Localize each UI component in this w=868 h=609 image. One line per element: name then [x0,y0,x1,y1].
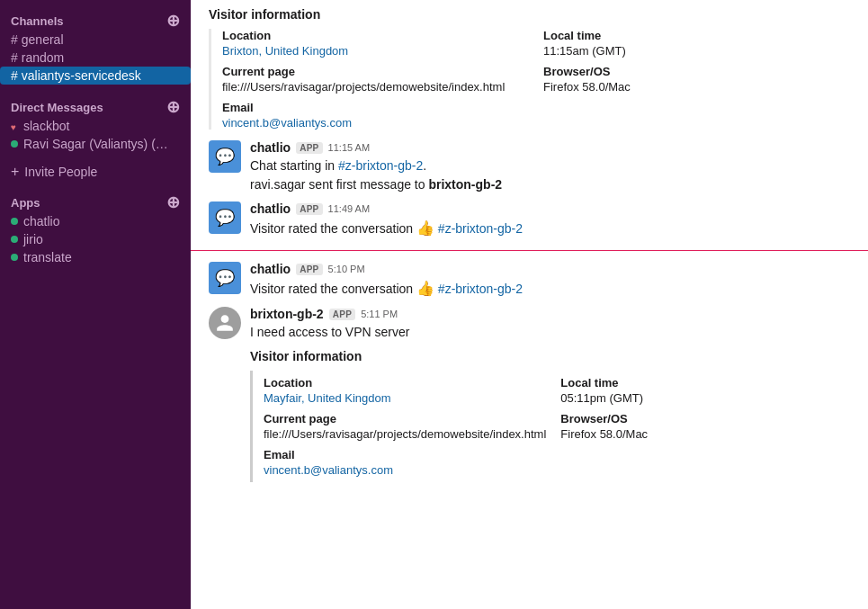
browser-os-value: Firefox 58.0/Mac [543,80,850,94]
message-row-3: 💬 chatlio APP 5:10 PM Visitor rated the … [191,258,868,303]
sidebar-item-ravi-sagar[interactable]: Ravi Sagar (Valiantys) (… [0,135,191,153]
online-dot [11,140,18,148]
user-icon [215,313,235,333]
location-value-2[interactable]: Mayfair, United Kingdom [264,391,546,405]
direct-messages-header[interactable]: Direct Messages ⊕ [0,94,191,117]
message-header-2: chatlio APP 11:49 AM [250,202,850,216]
channel-link-3[interactable]: #z-brixton-gb-2 [438,282,523,296]
timestamp-4: 5:11 PM [361,309,398,319]
channel-prefix: # [11,50,18,65]
message-header-1: chatlio APP 11:15 AM [250,140,850,155]
message-text-4: I need access to VPN server [250,323,850,342]
apps-header[interactable]: Apps ⊕ [0,189,191,212]
message-content-4: brixton-gb-2 APP 5:11 PM I need access t… [250,307,850,482]
chatlio-avatar-1: 💬 [209,140,241,173]
sidebar-item-valiantys-servicedesk[interactable]: # valiantys-servicedesk [0,67,191,85]
text-period-1: . [423,158,426,173]
message-content-1: chatlio APP 11:15 AM Chat starting in #z… [250,140,850,194]
sidebar-item-chatlio[interactable]: chatlio [0,212,191,230]
channel-link-2[interactable]: #z-brixton-gb-2 [438,221,523,236]
heart-icon: ♥ [11,122,18,130]
email-value-2[interactable]: vincent.b@valiantys.com [264,463,546,477]
chatlio-avatar-2: 💬 [209,202,241,234]
browser-os-cell-2: Browser/OS Firefox 58.0/Mac [560,412,839,441]
bold-name-1: brixton-gb-2 [428,177,502,192]
text-before-2: Visitor rated the conversation [250,221,416,236]
emoji-2: 👍 [416,220,434,236]
chatlio-icon-2: 💬 [215,208,235,228]
chatlio-icon-3: 💬 [215,268,235,288]
text-before-1: Chat starting in [250,158,338,173]
channel-name: general [22,32,64,47]
location-cell-2: Location Mayfair, United Kingdom [264,376,546,405]
visitor-info-block-2: Visitor information Location Mayfair, Un… [250,349,850,482]
email-cell-1: Email vincent.b@valiantys.com [222,101,529,130]
message-row-2: 💬 chatlio APP 11:49 AM Visitor rated the… [191,198,868,243]
add-channel-icon[interactable]: ⊕ [166,13,180,29]
sidebar-item-translate[interactable]: translate [0,248,191,266]
browser-os-cell: Browser/OS Firefox 58.0/Mac [543,65,850,94]
apps-label: Apps [11,196,40,210]
local-time-cell-2: Local time 05:11pm (GMT) [560,376,839,405]
current-page-value: file:///Users/ravisagar/projects/demoweb… [222,80,529,94]
dm-name: Ravi Sagar (Valiantys) (… [23,137,168,151]
email-value-1[interactable]: vincent.b@valiantys.com [222,116,529,130]
current-page-cell-2: Current page file:///Users/ravisagar/pro… [264,412,546,441]
message-text-1b: ravi.sagar sent first message to brixton… [250,175,850,194]
message-content-2: chatlio APP 11:49 AM Visitor rated the c… [250,202,850,239]
visitor-info-block-1: Visitor information Location Brixton, Un… [191,0,868,137]
visitor-info-content-2: Location Mayfair, United Kingdom Local t… [250,371,850,482]
user-avatar-4 [209,307,241,339]
channels-label: Channels [11,14,64,28]
message-text-1: Chat starting in #z-brixton-gb-2. [250,157,850,175]
email-label-1: Email [222,101,529,114]
browser-os-label-2: Browser/OS [560,412,839,425]
timestamp-1: 11:15 AM [328,142,370,153]
local-time-value: 11:15am (GMT) [543,44,850,58]
current-page-label-2: Current page [264,412,546,425]
channel-name: random [22,50,64,65]
invite-people-button[interactable]: + Invite People [0,158,191,185]
channel-name: valiantys-servicedesk [22,68,141,83]
channel-link-1[interactable]: #z-brixton-gb-2 [338,158,423,173]
channel-prefix: # [11,68,18,83]
message-text-3: Visitor rated the conversation 👍 #z-brix… [250,278,850,300]
dm-name: slackbot [23,119,69,133]
app-name: translate [23,250,72,264]
app-badge-2: APP [296,203,322,215]
local-time-label: Local time [543,29,850,42]
invite-plus-icon: + [11,164,19,180]
timestamp-3: 5:10 PM [328,264,365,274]
direct-messages-label: Direct Messages [11,101,103,114]
visitor-info-content-1: Location Brixton, United Kingdom Local t… [209,29,850,130]
text-before-3: Visitor rated the conversation [250,282,416,296]
add-dm-icon[interactable]: ⊕ [166,99,180,115]
timestamp-2: 11:49 AM [328,203,370,214]
sender-name-2: chatlio [250,202,291,216]
sidebar-item-jirio[interactable]: jirio [0,230,191,248]
visitor-info-title-2: Visitor information [250,349,850,363]
message-header-4: brixton-gb-2 APP 5:11 PM [250,307,850,321]
current-page-label: Current page [222,65,529,78]
chatlio-avatar-3: 💬 [209,262,241,294]
location-label: Location [222,29,529,42]
sidebar-item-slackbot[interactable]: ♥ slackbot [0,117,191,135]
local-time-label-2: Local time [560,376,839,390]
emoji-3: 👍 [416,281,434,296]
channels-header[interactable]: Channels ⊕ [0,7,191,31]
message-row-4: brixton-gb-2 APP 5:11 PM I need access t… [191,303,868,486]
app-dot-jirio [11,236,18,243]
add-app-icon[interactable]: ⊕ [166,194,180,210]
app-dot-chatlio [11,218,18,225]
browser-os-value-2: Firefox 58.0/Mac [560,427,839,441]
app-badge-3: APP [296,264,322,275]
email-cell-2: Email vincent.b@valiantys.com [264,448,546,477]
visitor-info-title-1: Visitor information [209,7,850,22]
current-page-cell: Current page file:///Users/ravisagar/pro… [222,65,529,94]
email-label-2: Email [264,448,546,461]
sidebar-item-random[interactable]: # random [0,49,191,67]
app-dot-translate [11,254,18,261]
sidebar-item-general[interactable]: # general [0,31,191,49]
location-value[interactable]: Brixton, United Kingdom [222,44,529,58]
app-badge-4: APP [329,309,355,320]
